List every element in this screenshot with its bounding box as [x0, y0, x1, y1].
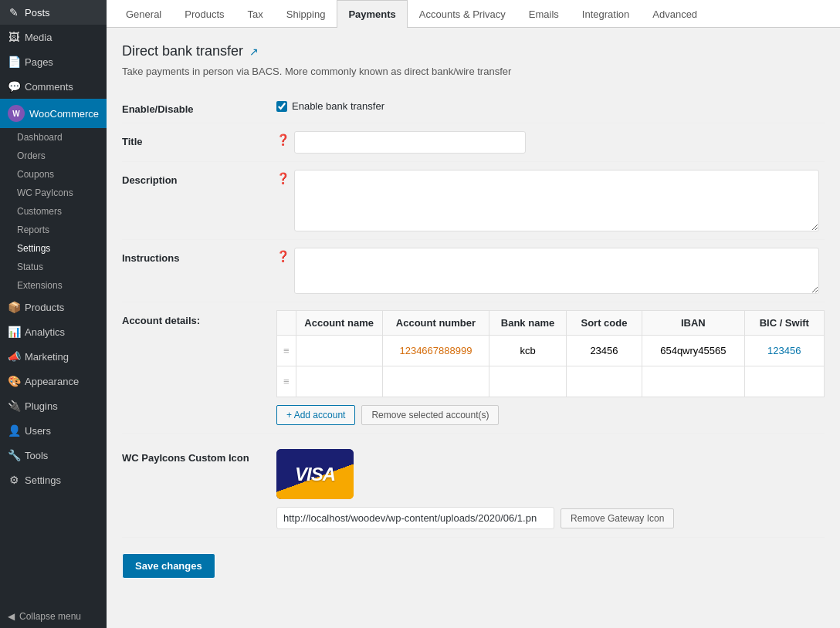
- drag-handle-1[interactable]: ≡: [277, 336, 296, 366]
- cell-account-number-1: 1234667888999: [382, 336, 489, 366]
- icon-url-input[interactable]: [276, 507, 554, 529]
- instructions-row: Instructions ❓: [122, 240, 825, 302]
- page-title-link[interactable]: ↗: [249, 46, 259, 58]
- drag-handle-2[interactable]: ≡: [277, 366, 296, 397]
- bank-name-value-1: kcb: [520, 345, 535, 356]
- cell-sort-code-2[interactable]: [566, 366, 642, 397]
- sort-code-value-1: 23456: [590, 345, 618, 356]
- remove-gateway-icon-button[interactable]: Remove Gateway Icon: [561, 508, 674, 528]
- sidebar-item-label: Settings: [25, 474, 61, 486]
- cell-bank-name-2[interactable]: [489, 366, 567, 397]
- account-details-label: Account details:: [122, 310, 276, 326]
- enable-bank-transfer-checkbox[interactable]: [276, 101, 287, 112]
- sidebar-sub-status[interactable]: Status: [0, 258, 107, 276]
- cell-iban-2[interactable]: [642, 366, 744, 397]
- sidebar-sub-reports[interactable]: Reports: [0, 221, 107, 239]
- sidebar-item-marketing[interactable]: 📣 Marketing: [0, 344, 107, 369]
- remove-selected-accounts-button[interactable]: Remove selected account(s): [361, 405, 499, 425]
- save-section: Save changes: [122, 553, 825, 594]
- col-iban: IBAN: [642, 311, 744, 336]
- description-textarea[interactable]: [294, 170, 819, 231]
- input-bic-swift-2[interactable]: [751, 371, 818, 392]
- tab-general[interactable]: General: [114, 0, 173, 28]
- wc-payicons-row: WC PayIcons Custom Icon VISA Remove Gate…: [122, 441, 825, 538]
- cell-account-number-2[interactable]: [382, 366, 489, 397]
- cell-sort-code-1: 23456: [566, 336, 642, 366]
- sidebar-sub-wc-payicons[interactable]: WC PayIcons: [0, 184, 107, 202]
- sidebar-item-pages[interactable]: 📄 Pages: [0, 49, 107, 74]
- sidebar-item-users[interactable]: 👤 Users: [0, 418, 107, 443]
- tab-advanced[interactable]: Advanced: [641, 0, 709, 28]
- col-bank-name: Bank name: [489, 311, 567, 336]
- content-area: Direct bank transfer ↗ Take payments in …: [107, 28, 840, 609]
- collapse-menu-label: Collapse menu: [19, 611, 81, 622]
- sidebar-sub-coupons[interactable]: Coupons: [0, 165, 107, 184]
- sidebar-item-label: Plugins: [25, 400, 58, 412]
- sidebar-item-label: Products: [25, 302, 64, 313]
- sidebar-item-posts[interactable]: ✎ Posts: [0, 0, 107, 25]
- sidebar-sub-settings[interactable]: Settings: [0, 239, 107, 258]
- description-help-icon[interactable]: ❓: [276, 172, 290, 184]
- input-bank-name-2[interactable]: [496, 371, 560, 392]
- col-drag: [277, 311, 296, 336]
- input-account-name-1[interactable]: [303, 340, 376, 361]
- tab-emails[interactable]: Emails: [517, 0, 571, 28]
- input-account-number-2[interactable]: [389, 371, 483, 392]
- tab-shipping[interactable]: Shipping: [275, 0, 337, 28]
- sidebar-item-label: Analytics: [25, 326, 65, 338]
- icon-url-row: Remove Gateway Icon: [276, 507, 825, 529]
- sidebar-item-analytics[interactable]: 📊 Analytics: [0, 319, 107, 344]
- sidebar-item-plugins[interactable]: 🔌 Plugins: [0, 393, 107, 418]
- sidebar-item-label: Posts: [25, 7, 50, 19]
- posts-icon: ✎: [8, 6, 20, 19]
- analytics-icon: 📊: [8, 326, 20, 338]
- col-account-number: Account number: [382, 311, 489, 336]
- col-bic-swift: BIC / Swift: [744, 311, 824, 336]
- sidebar-item-appearance[interactable]: 🎨 Appearance: [0, 369, 107, 393]
- tab-accounts-privacy[interactable]: Accounts & Privacy: [408, 0, 517, 28]
- wc-payicons-control: VISA Remove Gateway Icon: [276, 449, 825, 529]
- collapse-menu-button[interactable]: ◀ Collapse menu: [0, 605, 107, 628]
- enable-bank-transfer-checkbox-label[interactable]: Enable bank transfer: [276, 100, 384, 112]
- sidebar-item-label: Appearance: [25, 376, 79, 387]
- sidebar-item-comments[interactable]: 💬 Comments: [0, 74, 107, 99]
- tab-products[interactable]: Products: [173, 0, 235, 28]
- cell-account-name-2[interactable]: [296, 366, 382, 397]
- sidebar-item-settings[interactable]: ⚙ Settings: [0, 468, 107, 492]
- tab-integration[interactable]: Integration: [571, 0, 641, 28]
- sidebar-item-tools[interactable]: 🔧 Tools: [0, 443, 107, 468]
- sidebar-sub-customers[interactable]: Customers: [0, 202, 107, 221]
- title-input[interactable]: [294, 131, 526, 154]
- tab-payments[interactable]: Payments: [337, 0, 407, 28]
- sidebar-sub-extensions[interactable]: Extensions: [0, 276, 107, 295]
- description-row: Description ❓: [122, 162, 825, 240]
- instructions-help-icon[interactable]: ❓: [276, 250, 290, 262]
- pages-icon: 📄: [8, 56, 20, 68]
- sidebar-sub-orders[interactable]: Orders: [0, 147, 107, 165]
- table-row: ≡: [277, 366, 825, 397]
- enable-checkbox-text: Enable bank transfer: [292, 100, 384, 112]
- account-table: Account name Account number Bank name So…: [276, 310, 825, 397]
- account-details-row: Account details: Account name Account nu…: [122, 302, 825, 434]
- cell-bic-swift-2[interactable]: [744, 366, 824, 397]
- sidebar-item-label: Pages: [25, 56, 53, 68]
- instructions-label: Instructions: [122, 248, 276, 264]
- visa-card-icon: VISA: [276, 449, 354, 499]
- add-account-button[interactable]: + Add account: [276, 405, 355, 425]
- sidebar-sub-dashboard[interactable]: Dashboard: [0, 128, 107, 147]
- input-sort-code-2[interactable]: [573, 371, 635, 392]
- tab-tax[interactable]: Tax: [236, 0, 275, 28]
- sidebar-item-woocommerce[interactable]: W WooCommerce: [0, 99, 107, 128]
- save-changes-button[interactable]: Save changes: [122, 553, 215, 579]
- title-help-icon[interactable]: ❓: [276, 133, 290, 146]
- instructions-textarea[interactable]: [294, 248, 819, 294]
- sidebar-item-products[interactable]: 📦 Products: [0, 295, 107, 319]
- account-details-control: Account name Account number Bank name So…: [276, 310, 825, 425]
- input-account-name-2[interactable]: [303, 371, 376, 392]
- cell-account-name-1[interactable]: [296, 336, 382, 366]
- page-subtitle: Take payments in person via BACS. More c…: [122, 66, 825, 77]
- sidebar-item-media[interactable]: 🖼 Media: [0, 25, 107, 49]
- input-iban-2[interactable]: [649, 371, 737, 392]
- account-buttons: + Add account Remove selected account(s): [276, 405, 825, 425]
- title-control: ❓: [276, 131, 825, 154]
